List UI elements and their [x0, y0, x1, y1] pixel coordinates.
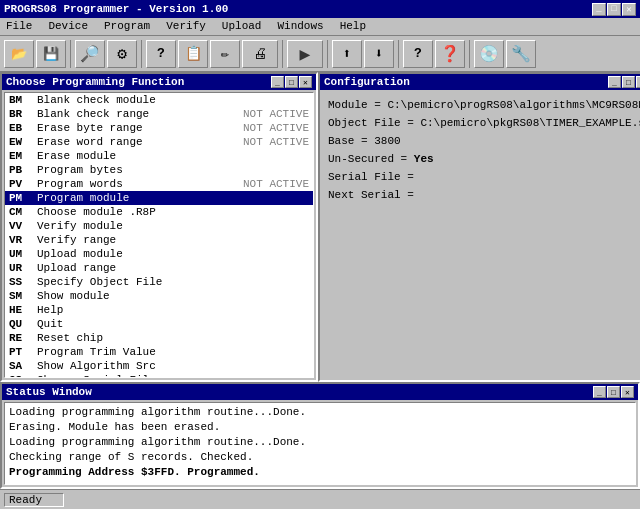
list-item-ur[interactable]: UR Upload range — [5, 261, 313, 275]
config-content: Module = C:\pemicro\progRS08\algorithms\… — [320, 90, 640, 380]
toolbar-print-btn[interactable]: 🖨 — [242, 40, 278, 68]
list-item-ss[interactable]: SS Specify Object File — [5, 275, 313, 289]
title-bar: PROGRS08 Programmer - Version 1.00 _ □ ✕ — [0, 0, 640, 18]
panel-controls: _ □ ✕ — [271, 76, 312, 88]
toolbar-clipboard-btn[interactable]: 📋 — [178, 40, 208, 68]
config-next-serial-label: Next Serial = — [328, 189, 414, 201]
list-item-he[interactable]: HE Help — [5, 303, 313, 317]
list-item-bm[interactable]: BM Blank check module — [5, 93, 313, 107]
app-title: PROGRS08 Programmer - Version 1.00 — [4, 3, 228, 15]
status-minimize-btn[interactable]: _ — [593, 386, 606, 398]
list-item-em[interactable]: EM Erase module — [5, 149, 313, 163]
config-base-value: 3800 — [374, 135, 400, 147]
list-item-qu[interactable]: QU Quit — [5, 317, 313, 331]
toolbar-search-btn[interactable]: 🔎 — [75, 40, 105, 68]
list-item-re[interactable]: RE Reset chip — [5, 331, 313, 345]
config-serial-file-line: Serial File = — [328, 168, 640, 186]
status-title-bar: Status Window _ □ ✕ — [2, 384, 638, 400]
panel-close-btn[interactable]: ✕ — [299, 76, 312, 88]
toolbar-question-btn[interactable]: ❓ — [435, 40, 465, 68]
menu-program[interactable]: Program — [100, 20, 154, 33]
toolbar-help-btn[interactable]: ? — [146, 40, 176, 68]
config-maximize-btn[interactable]: □ — [622, 76, 635, 88]
list-item-um[interactable]: UM Upload module — [5, 247, 313, 261]
toolbar-sep4 — [327, 40, 328, 68]
config-panel-controls: _ □ ✕ — [608, 76, 640, 88]
menu-bar: File Device Program Verify Upload Window… — [0, 18, 640, 36]
toolbar-upload-btn[interactable]: ⬆ — [332, 40, 362, 68]
programming-function-title-bar: Choose Programming Function _ □ ✕ — [2, 74, 316, 90]
list-item-sm[interactable]: SM Show module — [5, 289, 313, 303]
config-secured-value: Yes — [414, 153, 434, 165]
toolbar-sep5 — [398, 40, 399, 68]
list-item-ew[interactable]: EW Erase word range NOT ACTIVE — [5, 135, 313, 149]
list-item-br[interactable]: BR Blank check range NOT ACTIVE — [5, 107, 313, 121]
config-object-value: C:\pemicro\pkgRS08\TIMER_EXAMPLE.s — [420, 117, 640, 129]
toolbar-sep3 — [282, 40, 283, 68]
config-module-line: Module = C:\pemicro\progRS08\algorithms\… — [328, 96, 640, 114]
toolbar-sep6 — [469, 40, 470, 68]
menu-windows[interactable]: Windows — [273, 20, 327, 33]
toolbar-disk-btn[interactable]: 💿 — [474, 40, 504, 68]
programming-function-panel: Choose Programming Function _ □ ✕ BM Bla… — [0, 72, 318, 382]
menu-file[interactable]: File — [2, 20, 36, 33]
config-base-label: Base = — [328, 135, 374, 147]
list-item-eb[interactable]: EB Erase byte range NOT ACTIVE — [5, 121, 313, 135]
configuration-title-bar: Configuration _ □ ✕ — [320, 74, 640, 90]
config-minimize-btn[interactable]: _ — [608, 76, 621, 88]
list-item-pb[interactable]: PB Program bytes — [5, 163, 313, 177]
status-panel-controls: _ □ ✕ — [593, 386, 634, 398]
menu-device[interactable]: Device — [44, 20, 92, 33]
list-item-cs[interactable]: CS Choose Serial File — [5, 373, 313, 378]
toolbar-save-btn[interactable]: 💾 — [36, 40, 66, 68]
status-line-1: Loading programming algorithm routine...… — [9, 405, 631, 420]
close-button[interactable]: ✕ — [622, 3, 636, 16]
toolbar-wrench-btn[interactable]: 🔧 — [506, 40, 536, 68]
config-object-line: Object File = C:\pemicro\pkgRS08\TIMER_E… — [328, 114, 640, 132]
status-line-2: Erasing. Module has been erased. — [9, 420, 631, 435]
list-item-sa[interactable]: SA Show Algorithm Src — [5, 359, 313, 373]
minimize-button[interactable]: _ — [592, 3, 606, 16]
status-close-btn[interactable]: ✕ — [621, 386, 634, 398]
config-serial-file-label: Serial File = — [328, 171, 414, 183]
list-item-pm[interactable]: PM Program module — [5, 191, 313, 205]
maximize-button[interactable]: □ — [607, 3, 621, 16]
status-line-5: Programming Address $3FFD. Programmed. — [9, 465, 631, 480]
config-secured-line: Un-Secured = Yes — [328, 150, 640, 168]
list-item-vv[interactable]: VV Verify module — [5, 219, 313, 233]
list-item-pv[interactable]: PV Program words NOT ACTIVE — [5, 177, 313, 191]
status-maximize-btn[interactable]: □ — [607, 386, 620, 398]
toolbar: 📂 💾 🔎 ⚙ ? 📋 ✏ 🖨 ▶ ⬆ ⬇ ? ❓ 💿 🔧 — [0, 36, 640, 72]
toolbar-info-btn[interactable]: ? — [403, 40, 433, 68]
status-title: Status Window — [6, 386, 92, 398]
menu-verify[interactable]: Verify — [162, 20, 210, 33]
toolbar-sep2 — [141, 40, 142, 68]
config-next-serial-line: Next Serial = — [328, 186, 640, 204]
list-item-vr[interactable]: VR Verify range — [5, 233, 313, 247]
config-close-btn[interactable]: ✕ — [636, 76, 640, 88]
list-item-pt[interactable]: PT Program Trim Value — [5, 345, 313, 359]
list-item-cm[interactable]: CM Choose module .R8P — [5, 205, 313, 219]
menu-help[interactable]: Help — [336, 20, 370, 33]
config-module-label: Module = — [328, 99, 387, 111]
status-content[interactable]: Loading programming algorithm routine...… — [4, 402, 636, 485]
function-list[interactable]: BM Blank check module BR Blank check ran… — [4, 92, 314, 378]
toolbar-download-btn[interactable]: ⬇ — [364, 40, 394, 68]
toolbar-run-btn[interactable]: ▶ — [287, 40, 323, 68]
toolbar-settings-btn[interactable]: ⚙ — [107, 40, 137, 68]
panel-minimize-btn[interactable]: _ — [271, 76, 284, 88]
programming-function-title: Choose Programming Function — [6, 76, 184, 88]
toolbar-edit-btn[interactable]: ✏ — [210, 40, 240, 68]
config-module-value: C:\pemicro\progRS08\algorithms\MC9RS08K — [387, 99, 640, 111]
title-bar-controls: _ □ ✕ — [592, 3, 636, 16]
main-area: Choose Programming Function _ □ ✕ BM Bla… — [0, 72, 640, 509]
config-secured-label: Un-Secured = — [328, 153, 414, 165]
status-panel: Status Window _ □ ✕ Loading programming … — [0, 382, 640, 489]
config-base-line: Base = 3800 — [328, 132, 640, 150]
menu-upload[interactable]: Upload — [218, 20, 266, 33]
toolbar-sep1 — [70, 40, 71, 68]
status-line-3: Loading programming algorithm routine...… — [9, 435, 631, 450]
panel-maximize-btn[interactable]: □ — [285, 76, 298, 88]
top-panels: Choose Programming Function _ □ ✕ BM Bla… — [0, 72, 640, 382]
toolbar-open-btn[interactable]: 📂 — [4, 40, 34, 68]
